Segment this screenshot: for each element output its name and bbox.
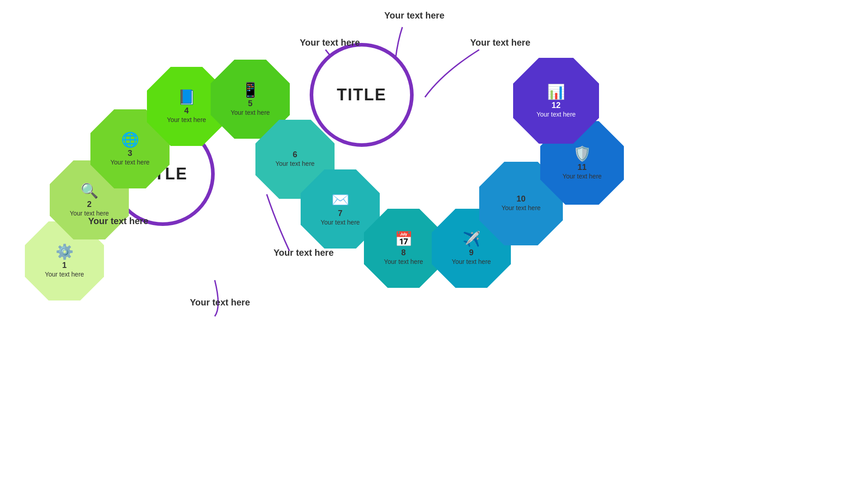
- callout-6: Your text here: [190, 296, 250, 309]
- hex-9-label: Your text here: [452, 258, 491, 266]
- hex-7-label: Your text here: [321, 218, 360, 226]
- hex-8-label: Your text here: [384, 258, 423, 266]
- hex-8[interactable]: 📅 8 Your text here: [364, 209, 443, 288]
- hex-8-icon: 📅: [395, 230, 413, 248]
- hex-12[interactable]: 📊 12 Your text here: [513, 58, 599, 144]
- hex-8-num: 8: [401, 249, 406, 257]
- hex-1-num: 1: [62, 261, 66, 269]
- hex-7-icon: ✉️: [331, 191, 349, 208]
- hex-5-icon: 📱: [241, 81, 259, 99]
- hex-5-label: Your text here: [231, 108, 270, 117]
- hex-2-num: 2: [87, 200, 91, 208]
- hex-2-icon: 🔍: [80, 182, 99, 199]
- hex-11-num: 11: [577, 163, 586, 171]
- callout-2: Your text here: [274, 246, 334, 259]
- hex-12-label: Your text here: [537, 110, 576, 118]
- hex-3-num: 3: [127, 149, 132, 157]
- hex-4-icon: 📘: [178, 89, 196, 106]
- circle-2-title: TITLE: [337, 85, 387, 104]
- hex-12-num: 12: [552, 101, 561, 109]
- hex-9-num: 9: [469, 249, 473, 257]
- callout-4: Your text here: [384, 9, 444, 22]
- hex-5-num: 5: [248, 99, 252, 108]
- diagram-canvas: TITLE TITLE ⚙️ 1 Your text here 🔍 2 Your…: [0, 0, 868, 488]
- hex-12-icon: 📊: [547, 83, 565, 100]
- circle-title-2: TITLE: [310, 43, 414, 147]
- hex-4-label: Your text here: [167, 116, 206, 124]
- hex-9-icon: ✈️: [462, 230, 481, 248]
- hex-3-label: Your text here: [110, 158, 150, 166]
- hex-1-label: Your text here: [45, 270, 84, 278]
- hex-11-label: Your text here: [562, 172, 602, 180]
- hex-10-num: 10: [516, 195, 525, 203]
- callout-1: Your text here: [88, 215, 148, 227]
- hex-11-icon: 🛡️: [573, 145, 591, 162]
- hex-10-label: Your text here: [501, 204, 541, 212]
- hex-4-num: 4: [184, 107, 189, 115]
- hex-6-num: 6: [292, 150, 297, 159]
- callout-5: Your text here: [470, 36, 530, 49]
- hex-7-num: 7: [338, 209, 342, 217]
- callout-3: Your text here: [300, 36, 360, 49]
- hex-1-icon: ⚙️: [56, 243, 74, 260]
- hex-6-label: Your text here: [275, 160, 315, 168]
- hex-3-icon: 🌐: [121, 131, 139, 148]
